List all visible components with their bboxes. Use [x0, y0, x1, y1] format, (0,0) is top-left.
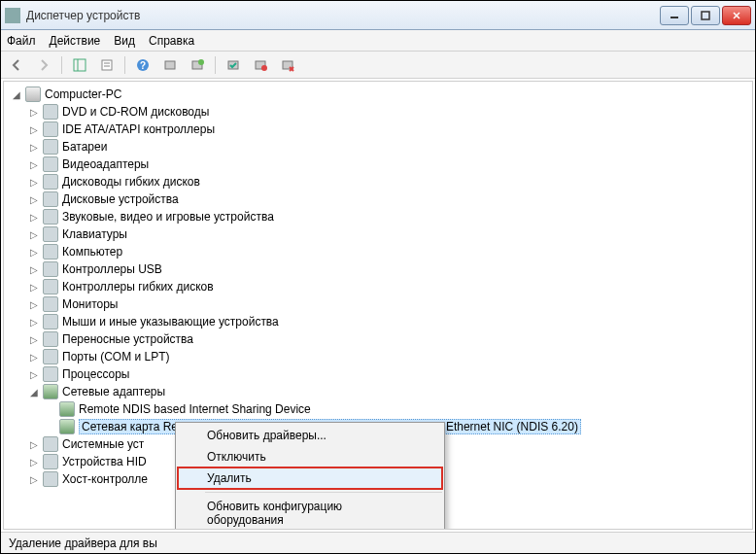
tree-category[interactable]: ▷Звуковые, видео и игровые устройства	[6, 208, 750, 225]
device-category-icon	[43, 296, 58, 312]
tree-category[interactable]: ▷IDE ATA/ATAPI контроллеры	[6, 121, 750, 138]
tree-category[interactable]: ▷Мыши и иные указывающие устройства	[6, 313, 750, 330]
collapse-icon[interactable]: ◢	[27, 385, 41, 398]
expand-icon[interactable]: ▷	[27, 245, 41, 259]
expand-icon[interactable]: ▷	[27, 157, 41, 171]
update-driver-icon	[190, 58, 204, 72]
minimize-button[interactable]	[660, 6, 689, 25]
device-category-icon	[43, 226, 58, 242]
category-label: IDE ATA/ATAPI контроллеры	[62, 122, 215, 136]
category-label: Компьютер	[62, 245, 122, 259]
app-icon	[5, 8, 20, 23]
category-label: Контроллеры USB	[62, 262, 162, 276]
expand-icon[interactable]: ▷	[27, 455, 41, 468]
minimize-icon	[670, 11, 679, 20]
expand-icon[interactable]: ▷	[27, 140, 41, 154]
tree-category[interactable]: ▷Переносные устройства	[6, 330, 750, 348]
network-adapter-icon	[43, 384, 58, 399]
maximize-icon	[701, 11, 710, 20]
tree-category[interactable]: ▷Дисководы гибких дисков	[6, 173, 750, 190]
forward-button[interactable]	[32, 54, 55, 76]
toolbar-separator	[124, 56, 125, 74]
category-label: Системные уст	[62, 437, 144, 451]
expand-icon[interactable]: ▷	[27, 175, 41, 189]
tree-category[interactable]: ▷Контроллеры USB	[6, 260, 750, 278]
maximize-button[interactable]	[691, 6, 720, 25]
tree-category[interactable]: ▷DVD и CD-ROM дисководы	[6, 103, 750, 121]
menu-action[interactable]: Действие	[50, 34, 101, 48]
menu-file[interactable]: Файл	[7, 34, 36, 48]
root-label: Compucter-PC	[45, 87, 121, 101]
disable-button[interactable]	[249, 54, 272, 76]
device-category-icon	[43, 139, 58, 155]
device-category-icon	[43, 471, 58, 487]
tree-category[interactable]: ▷Процессоры	[6, 365, 750, 383]
expand-icon[interactable]: ▷	[27, 315, 41, 329]
category-label: Устройства HID	[62, 455, 147, 468]
close-button[interactable]	[722, 6, 751, 25]
back-button[interactable]	[5, 54, 28, 76]
scan-hardware-button[interactable]	[158, 54, 182, 76]
menu-view[interactable]: Вид	[114, 34, 135, 48]
expand-icon[interactable]: ▷	[27, 472, 41, 486]
expand-icon[interactable]: ▷	[27, 280, 41, 294]
uninstall-button[interactable]	[276, 54, 299, 76]
update-driver-button[interactable]	[186, 54, 209, 76]
forward-icon	[37, 58, 51, 72]
computer-icon	[25, 87, 41, 102]
category-label: Мониторы	[62, 297, 118, 311]
device-category-icon	[43, 454, 58, 469]
device-category-icon	[43, 104, 58, 120]
expand-icon[interactable]: ▷	[27, 192, 41, 206]
properties-button[interactable]	[95, 54, 119, 76]
scan-icon	[163, 58, 177, 72]
tree-category[interactable]: ▷Батареи	[6, 138, 750, 156]
tree-category[interactable]: ▷Порты (COM и LPT)	[6, 348, 750, 365]
expand-icon[interactable]: ▷	[27, 367, 41, 381]
expand-icon[interactable]: ▷	[27, 262, 41, 276]
category-label: DVD и CD-ROM дисководы	[62, 105, 209, 119]
menu-help[interactable]: Справка	[149, 34, 194, 48]
category-label: Батареи	[62, 140, 107, 154]
expand-icon[interactable]: ▷	[27, 122, 41, 136]
collapse-icon[interactable]: ◢	[10, 87, 23, 101]
tree-category[interactable]: ▷Дисковые устройства	[6, 190, 750, 208]
tree-category[interactable]: ▷Видеоадаптеры	[6, 156, 750, 173]
tree-category[interactable]: ▷Компьютер	[6, 243, 750, 260]
tree-category[interactable]: ▷Клавиатуры	[6, 225, 750, 243]
ctx-uninstall[interactable]: Удалить	[178, 467, 442, 489]
enable-button[interactable]	[222, 54, 245, 76]
ctx-disable[interactable]: Отключить	[178, 446, 442, 467]
tree-category-network-adapters[interactable]: ◢ Сетевые адаптеры	[6, 383, 750, 400]
expand-icon[interactable]: ▷	[27, 297, 41, 311]
expand-icon[interactable]: ▷	[27, 210, 41, 224]
uninstall-icon	[281, 58, 294, 72]
device-category-icon	[43, 261, 58, 277]
ctx-update-drivers[interactable]: Обновить драйверы...	[178, 425, 442, 446]
svg-rect-4	[74, 59, 86, 71]
expand-icon[interactable]: ▷	[27, 437, 41, 451]
tree-category[interactable]: ▷Контроллеры гибких дисков	[6, 278, 750, 295]
device-category-icon	[43, 121, 58, 137]
expand-icon[interactable]: ▷	[27, 332, 41, 346]
enable-icon	[226, 58, 240, 72]
device-category-icon	[43, 191, 58, 207]
tree-device-rndis[interactable]: Remote NDIS based Internet Sharing Devic…	[6, 400, 750, 418]
tree-root[interactable]: ◢ Compucter-PC	[6, 86, 750, 103]
expand-icon[interactable]: ▷	[27, 350, 41, 364]
expand-icon[interactable]: ▷	[27, 105, 41, 119]
svg-rect-6	[102, 60, 112, 70]
show-hide-tree-button[interactable]	[68, 54, 91, 76]
help-button[interactable]: ?	[131, 54, 155, 76]
device-category-icon	[43, 436, 58, 452]
category-label: Переносные устройства	[62, 332, 193, 346]
network-device-icon	[59, 419, 75, 434]
device-tree[interactable]: ◢ Compucter-PC ▷DVD и CD-ROM дисководы▷I…	[3, 81, 753, 530]
expand-icon[interactable]: ▷	[27, 227, 41, 241]
tree-icon	[73, 58, 86, 72]
device-category-icon	[43, 279, 58, 294]
tree-category[interactable]: ▷Мониторы	[6, 295, 750, 313]
ctx-rescan[interactable]: Обновить конфигурацию оборудования	[178, 496, 442, 530]
window-buttons	[660, 6, 751, 25]
category-label: Звуковые, видео и игровые устройства	[62, 210, 274, 224]
